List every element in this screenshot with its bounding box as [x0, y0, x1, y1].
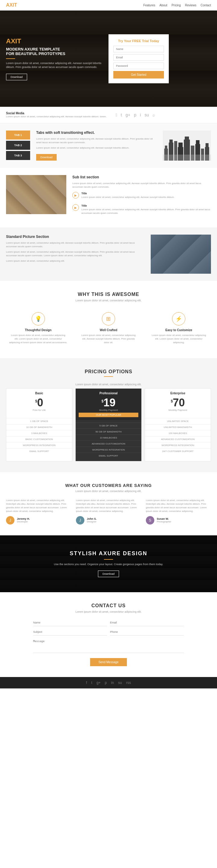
google-plus-icon[interactable]: g+: [126, 113, 131, 117]
tab-3[interactable]: TAB 3: [6, 151, 30, 160]
sublist-item-desc-2: Lorem ipsum dolor sit amet, consectetur …: [81, 208, 211, 214]
enterprise-amount: 70: [173, 397, 185, 408]
tab-2[interactable]: TAB 2: [6, 141, 30, 150]
hero-brand-text: AX: [6, 37, 16, 45]
svg-rect-9: [185, 136, 189, 141]
instagram-icon[interactable]: i: [140, 113, 141, 117]
nav-features[interactable]: Features: [143, 4, 155, 7]
footer-facebook-icon[interactable]: f: [86, 681, 87, 685]
trial-accent: FREE: [132, 39, 141, 43]
pro-feature-1: 50 GB OF BANDWIDTH: [76, 429, 141, 435]
nav-reviews[interactable]: Reviews: [185, 4, 196, 7]
testimonial-role-3: Photographer: [157, 520, 171, 523]
social-section: Social Media Lorem ipsum dolor sit amet,…: [0, 107, 217, 123]
footer-twitter-icon[interactable]: t: [91, 681, 92, 685]
pro-feature-3: ADVANCED CUSTOMIZATION: [76, 441, 141, 446]
svg-rect-7: [179, 143, 183, 149]
contact-phone-input[interactable]: [110, 629, 184, 636]
footer-google-plus-icon[interactable]: g+: [97, 681, 101, 685]
svg-rect-15: [206, 143, 209, 149]
basic-feature-5: EMAIL SUPPORT: [6, 448, 72, 454]
facebook-icon[interactable]: : [115, 113, 117, 117]
testimonial-name-2: John S.: [87, 517, 97, 520]
contact-message-input[interactable]: [33, 638, 184, 653]
tab-1[interactable]: TAB 1: [6, 130, 30, 140]
testimonial-cards: Lorem ipsum dolor sit amet, consectetur …: [6, 499, 211, 525]
footer-pinterest-icon[interactable]: p: [105, 681, 107, 685]
svg-rect-16: [163, 155, 211, 161]
sublist-item-desc-1: Lorem ipsum dolor sit amet, consectetur …: [81, 195, 174, 199]
testimonial-person-1: J Jeremy H. Developer: [6, 516, 71, 525]
brand-accent: IT: [13, 2, 17, 7]
hero-divider: [6, 58, 15, 59]
pricing-enterprise-header: Enterprise $ 70 Monthly Payment: [145, 389, 211, 416]
contact-form: Send Message: [33, 619, 184, 666]
standard-desc3: Lorem ipsum dolor sit amet, consectetur …: [6, 259, 145, 263]
enterprise-feature-4: WORDPRESS INTEGRATION: [145, 442, 211, 448]
pricing-title: PRICING OPTIONS: [6, 369, 211, 374]
pro-amount: 19: [103, 397, 115, 408]
trial-password-input[interactable]: [113, 63, 164, 69]
testimonial-role-2: Designer: [87, 520, 97, 523]
contact-name-input[interactable]: [33, 619, 107, 626]
why-card-1: 💡 Thoughtful Design Lorem ipsum dolor si…: [6, 309, 70, 347]
city-skyline: [163, 130, 211, 161]
testimonial-info-2: John S. Designer: [87, 517, 97, 523]
pricing-section: PRICING OPTIONS Lorem ipsum dolor sit am…: [0, 358, 217, 472]
trial-submit-button[interactable]: Get Started: [113, 71, 164, 79]
why-cards: 💡 Thoughtful Design Lorem ipsum dolor si…: [6, 309, 211, 347]
hero-brand: AXIT: [6, 37, 109, 45]
avatar-1: J: [6, 516, 15, 525]
avatar-2: J: [76, 516, 84, 525]
stylish-download-button[interactable]: Download: [98, 570, 119, 577]
testimonial-person-2: J John S. Designer: [76, 516, 141, 525]
nav-about[interactable]: About: [159, 4, 167, 7]
why-section: WHY THIS IS AWESOME Lorem ipsum dolor si…: [0, 281, 217, 358]
sublist-icon-1: ▶: [72, 192, 79, 198]
why-card-desc-3: Lorem ipsum dolor sit amet, consectetur …: [150, 334, 208, 344]
testimonial-text-1: Lorem ipsum dolor sit amet, consectetur …: [6, 499, 71, 513]
testimonial-2: Lorem ipsum dolor sit amet, consectetur …: [76, 499, 141, 525]
stylish-section: STYLISH AXURE DESIGN Use the sections yo…: [0, 535, 217, 592]
stumbleupon-icon[interactable]: su: [144, 113, 149, 117]
basic-dollar: $: [35, 399, 37, 403]
svg-rect-4: [169, 140, 173, 144]
trial-email-input[interactable]: [113, 54, 164, 61]
rss-icon[interactable]: ⌕: [153, 113, 155, 117]
pricing-cards: Basic $ 0 Free for Life 1 GB OF SPACE 10…: [6, 388, 211, 461]
well-crafted-icon: ⊞: [102, 312, 115, 326]
trial-name-input[interactable]: [113, 46, 164, 52]
trial-form: Try Your FREE Trial Today Get Started: [109, 34, 169, 83]
testimonial-role-1: Developer: [17, 520, 30, 523]
twitter-icon[interactable]: t: [121, 113, 122, 117]
hero-download-button[interactable]: Download: [6, 74, 27, 80]
contact-email-input[interactable]: [110, 619, 184, 626]
nav-brand[interactable]: AXIT: [6, 2, 17, 8]
nav-pricing[interactable]: Pricing: [171, 4, 181, 7]
footer-rss-icon[interactable]: rss: [126, 681, 131, 685]
enterprise-dollar: $: [171, 399, 173, 403]
why-card-3: ⚡ Easy to Customize Lorem ipsum dolor si…: [147, 309, 211, 347]
standard-image: [151, 235, 211, 274]
sublist-item-title-2: Title: [81, 204, 211, 207]
nav-contact[interactable]: Contact: [201, 4, 211, 7]
sublist-image: [6, 175, 66, 214]
tabs-download-button[interactable]: Download: [36, 154, 57, 161]
footer-instagram-icon[interactable]: in: [111, 681, 114, 685]
avatar-3: S: [146, 516, 154, 525]
pricing-pro-name: Professional: [79, 392, 138, 395]
footer-stumbleupon-icon[interactable]: su: [118, 681, 122, 685]
social-icons:  t g+ p i su ⌕: [115, 113, 155, 117]
contact-subject-input[interactable]: [33, 629, 107, 636]
sublist-item-2: ▶ Title Lorem ipsum dolor sit amet, cons…: [72, 204, 211, 217]
tabs-title: Tabs with soft transitioning effect.: [36, 130, 157, 135]
pricing-pro-header: Professional $ 19 Monthly Payment OUR MO…: [76, 389, 141, 420]
why-card-title-2: Well Crafted: [79, 329, 137, 332]
navbar: AXIT Features About Pricing Reviews Cont…: [0, 0, 217, 10]
tabs-section: TAB 1 TAB 2 TAB 3 Tabs with soft transit…: [0, 123, 217, 168]
pinterest-icon[interactable]: p: [134, 113, 136, 117]
sublist-text-2: Title Lorem ipsum dolor sit amet, consec…: [81, 204, 211, 217]
contact-submit-button[interactable]: Send Message: [90, 658, 127, 666]
pricing-enterprise: Enterprise $ 70 Monthly Payment UNLIMITE…: [145, 388, 211, 461]
stylish-description: Use the sections you need. Organize your…: [6, 563, 211, 566]
